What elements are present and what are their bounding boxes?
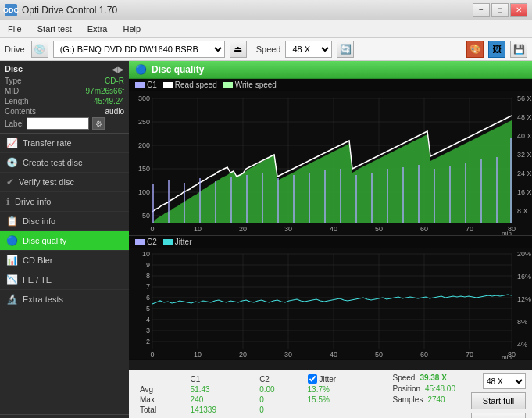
sidebar-item-create-test-disc[interactable]: 💿 Create test disc <box>0 153 129 173</box>
svg-text:6: 6 <box>146 294 150 302</box>
menu-help[interactable]: Help <box>118 23 145 35</box>
sidebar-item-fe-te[interactable]: 📉 FE / TE <box>0 270 129 290</box>
svg-text:12%: 12% <box>517 295 531 303</box>
refresh-button[interactable]: 🔄 <box>337 41 354 58</box>
legend-write-speed: Write speed <box>223 80 277 89</box>
minimize-button[interactable]: − <box>473 3 490 17</box>
type-key: Type <box>5 77 22 85</box>
samples-label: Samples <box>392 395 423 404</box>
speed-label: Speed <box>256 45 281 54</box>
charts-area: C1 Read speed Write speed <box>129 79 532 370</box>
svg-rect-55 <box>387 169 388 223</box>
menu-start-test[interactable]: Start test <box>33 23 77 35</box>
position-val: 45:48.00 <box>425 384 455 393</box>
legend-write-color <box>223 82 233 88</box>
svg-text:70: 70 <box>466 351 473 359</box>
speed-select-stats[interactable]: 48 X <box>483 373 526 389</box>
disc-quality-title: Disc quality <box>152 64 204 75</box>
svg-text:48 X: 48 X <box>517 113 532 121</box>
start-full-button[interactable]: Start full <box>471 392 526 409</box>
drive-info-icon: ℹ <box>6 196 10 207</box>
svg-text:16%: 16% <box>517 273 531 280</box>
max-label: Max <box>135 395 186 405</box>
drive-select[interactable]: (G:) BENQ DVD DD DW1640 BSRB <box>53 41 225 58</box>
svg-rect-54 <box>371 173 373 223</box>
svg-rect-53 <box>355 175 357 223</box>
close-button[interactable]: ✕ <box>510 3 527 17</box>
svg-text:40: 40 <box>330 351 337 359</box>
status-window-button[interactable]: Status window >> <box>0 414 129 418</box>
drive-icon-button[interactable]: 💿 <box>31 41 48 58</box>
type-val: CD-R <box>105 77 124 85</box>
legend-c1-color <box>135 82 145 88</box>
speed-select[interactable]: 48 X <box>285 41 332 58</box>
mid-key: MID <box>5 87 19 95</box>
svg-text:10: 10 <box>194 351 202 359</box>
menu-extra[interactable]: Extra <box>83 23 112 35</box>
svg-text:9: 9 <box>146 261 150 269</box>
avg-c2: 0.00 <box>255 384 302 395</box>
jitter-checkbox[interactable] <box>308 374 317 384</box>
svg-text:70: 70 <box>466 225 473 233</box>
save-button[interactable]: 💾 <box>510 41 527 58</box>
stats-buttons-area: 48 X Start full Start part <box>471 373 526 418</box>
sidebar-item-verify-test-disc[interactable]: ✔ Verify test disc <box>0 173 129 192</box>
window-controls: − □ ✕ <box>473 3 527 17</box>
verify-test-disc-icon: ✔ <box>6 177 14 188</box>
label-input[interactable] <box>27 117 89 130</box>
transfer-rate-icon: 📈 <box>6 138 18 148</box>
start-part-button[interactable]: Start part <box>471 413 526 418</box>
svg-text:8%: 8% <box>517 318 527 326</box>
svg-text:24 X: 24 X <box>517 170 532 177</box>
svg-rect-41 <box>168 180 170 223</box>
sidebar-item-cd-bler-label: CD Bler <box>23 255 53 265</box>
svg-text:30: 30 <box>284 351 292 359</box>
sidebar-item-extra-tests[interactable]: 🔬 Extra tests <box>0 290 129 309</box>
speed-row: Speed 39.38 X <box>392 373 455 382</box>
svg-rect-46 <box>246 175 248 223</box>
sidebar-item-disc-quality[interactable]: 🔵 Disc quality <box>0 231 129 251</box>
eject-button[interactable]: ⏏ <box>230 41 247 58</box>
sidebar-item-cd-bler[interactable]: 📊 CD Bler <box>0 251 129 270</box>
total-label: Total <box>135 405 186 415</box>
svg-rect-61 <box>480 159 482 223</box>
svg-rect-50 <box>309 173 310 223</box>
sidebar-item-drive-info[interactable]: ℹ Drive info <box>0 192 129 212</box>
sidebar-item-fe-te-label: FE / TE <box>23 275 52 284</box>
color1-button[interactable]: 🎨 <box>466 41 484 58</box>
svg-text:250: 250 <box>138 118 150 126</box>
svg-text:16 X: 16 X <box>517 188 532 196</box>
maximize-button[interactable]: □ <box>491 3 509 17</box>
sidebar-item-disc-quality-label: Disc quality <box>23 236 66 245</box>
length-val: 45:49.24 <box>94 97 124 105</box>
svg-text:min: min <box>502 354 512 359</box>
svg-text:300: 300 <box>138 95 150 102</box>
disc-arrows[interactable]: ◀▶ <box>112 65 124 73</box>
svg-rect-47 <box>262 173 263 223</box>
svg-text:50: 50 <box>142 212 150 220</box>
disc-section: Disc ◀▶ Type CD-R MID 97m26s66f Length 4… <box>0 61 129 134</box>
color2-button[interactable]: 🖼 <box>488 41 505 58</box>
extra-tests-icon: 🔬 <box>6 294 18 305</box>
max-jitter: 15.5% <box>303 395 377 405</box>
sidebar-item-drive-info-label: Drive info <box>15 197 51 206</box>
svg-text:5: 5 <box>146 305 150 313</box>
menu-file[interactable]: File <box>3 23 27 35</box>
chart-top: 300 250 200 150 100 50 56 X 48 X 40 X 32… <box>129 91 532 235</box>
svg-rect-58 <box>434 169 435 223</box>
col-c2: C2 <box>255 373 302 384</box>
legend-jitter: Jitter <box>163 238 192 246</box>
legend-c2-color <box>135 239 145 245</box>
avg-row: Avg 51.43 0.00 13.7% <box>135 384 377 395</box>
svg-text:0: 0 <box>150 225 154 233</box>
label-gear-button[interactable]: ⚙ <box>92 117 105 130</box>
svg-rect-52 <box>340 169 341 223</box>
svg-text:40: 40 <box>330 225 337 233</box>
sidebar-item-create-test-disc-label: Create test disc <box>23 158 82 167</box>
sidebar-item-transfer-rate-label: Transfer rate <box>23 138 72 148</box>
svg-text:56 X: 56 X <box>517 95 532 102</box>
sidebar-item-disc-info[interactable]: 📋 Disc info <box>0 212 129 231</box>
sidebar-item-transfer-rate[interactable]: 📈 Transfer rate <box>0 134 129 153</box>
svg-rect-42 <box>184 183 185 223</box>
svg-rect-57 <box>418 165 420 223</box>
